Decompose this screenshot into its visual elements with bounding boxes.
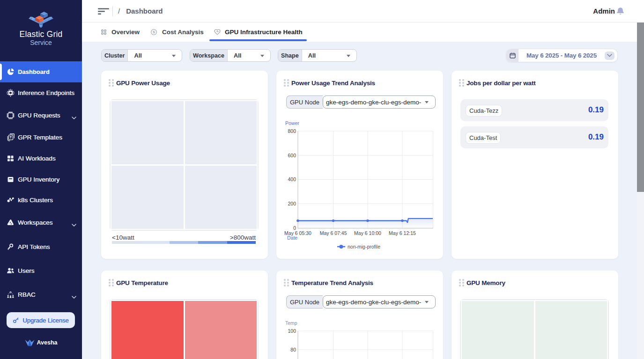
svg-text:Date: Date [287,235,297,241]
svg-text:800: 800 [288,128,296,134]
svg-text:S: S [153,30,155,34]
svg-text:May 6 10:00: May 6 10:00 [354,230,381,236]
svg-text:80: 80 [290,347,296,352]
svg-text:May 6 12:15: May 6 12:15 [389,230,416,236]
svg-text:400: 400 [288,176,296,182]
svg-text:100: 100 [288,328,296,334]
svg-text:600: 600 [288,153,296,158]
svg-text:non-mig-profile: non-mig-profile [348,244,380,249]
svg-text:May 6 07:45: May 6 07:45 [320,230,347,236]
svg-text:Power: Power [285,120,299,126]
svg-text:Temp: Temp [285,320,297,326]
svg-text:200: 200 [288,201,296,206]
